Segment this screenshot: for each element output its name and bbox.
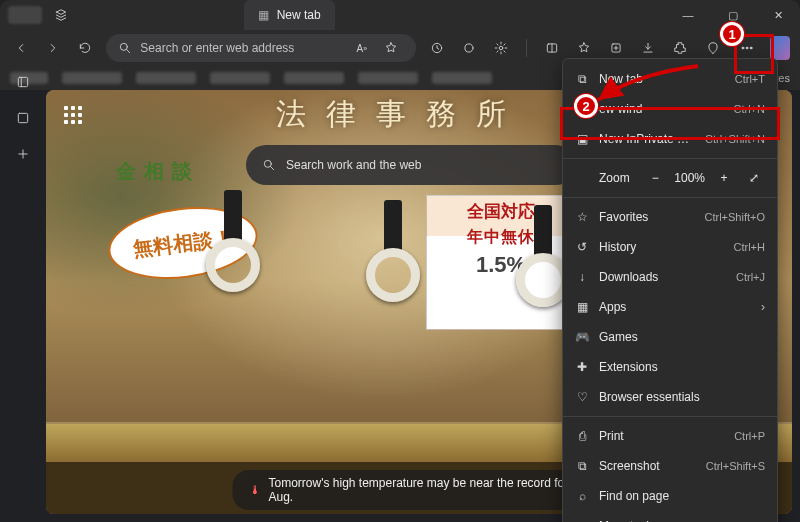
tab-page-icon: ▦ (258, 8, 269, 22)
games-icon: 🎮 (575, 330, 589, 344)
toolbar-divider (526, 39, 527, 57)
forward-button[interactable] (42, 35, 64, 61)
weather-text: Tomorrow's high temperature may be near … (269, 476, 590, 504)
train-handle-icon (366, 200, 420, 315)
menu-item-find[interactable]: ⌕Find on page (563, 481, 777, 511)
menu-item-print[interactable]: ⎙PrintCtrl+P (563, 421, 777, 451)
svg-point-2 (465, 44, 473, 52)
zoom-value: 100% (674, 171, 705, 185)
annotation-step-2: 2 (574, 94, 598, 118)
sidebar-tab-actions[interactable] (9, 68, 37, 96)
screenshot-icon: ⧉ (575, 459, 589, 473)
bookmark-item[interactable] (136, 72, 196, 84)
menu-item-more-tools[interactable]: More tools› (563, 511, 777, 522)
menu-item-history[interactable]: ↺HistoryCtrl+H (563, 232, 777, 262)
bookmark-item[interactable] (358, 72, 418, 84)
svg-point-3 (499, 46, 503, 50)
menu-separator (563, 197, 777, 198)
sidebar-add[interactable] (9, 140, 37, 168)
vertical-sidebar (4, 64, 42, 168)
menu-item-essentials[interactable]: ♡Browser essentials (563, 382, 777, 412)
zoom-out-button[interactable]: − (644, 167, 666, 189)
menu-item-extensions[interactable]: ✚Extensions (563, 352, 777, 382)
star-icon: ☆ (575, 210, 589, 224)
svg-point-11 (264, 160, 271, 167)
background-green-text: 金相談 (116, 158, 200, 185)
ntp-search-box[interactable]: Search work and the web (246, 145, 576, 185)
window-minimize-button[interactable]: — (666, 0, 710, 30)
menu-item-screenshot[interactable]: ⧉ScreenshotCtrl+Shift+S (563, 451, 777, 481)
address-placeholder: Search or enter web address (140, 41, 294, 55)
annotation-step-1: 1 (720, 22, 744, 46)
search-icon (262, 158, 276, 172)
puzzle-icon: ✚ (575, 360, 589, 374)
heart-icon: ♡ (575, 390, 589, 404)
svg-point-0 (121, 43, 128, 50)
menu-item-zoom: Zoom − 100% + ⤢ (563, 163, 777, 193)
menu-item-apps[interactable]: ▦Apps› (563, 292, 777, 322)
back-button[interactable] (10, 35, 32, 61)
address-bar[interactable]: Search or enter web address A» (106, 34, 416, 62)
app-launcher-button[interactable] (60, 102, 86, 128)
new-tab-icon: ⧉ (575, 72, 589, 86)
chevron-right-icon: › (761, 300, 765, 314)
profile-tab-blurred (8, 6, 42, 24)
svg-rect-9 (18, 77, 27, 86)
menu-item-favorites[interactable]: ☆FavoritesCtrl+Shift+O (563, 202, 777, 232)
menu-item-games[interactable]: 🎮Games (563, 322, 777, 352)
menu-separator (563, 416, 777, 417)
performance-icon[interactable] (490, 35, 512, 61)
active-tab[interactable]: ▦ New tab (244, 0, 335, 30)
shield-icon[interactable] (426, 35, 448, 61)
print-icon: ⎙ (575, 429, 589, 443)
apps-icon: ▦ (575, 300, 589, 314)
background-sign-text: 法律事務所 (276, 94, 526, 135)
bookmark-item[interactable] (210, 72, 270, 84)
menu-separator (563, 158, 777, 159)
window-close-button[interactable]: ✕ (756, 0, 800, 30)
svg-rect-10 (18, 113, 27, 122)
bookmark-item[interactable] (284, 72, 344, 84)
search-icon (118, 41, 132, 55)
thermometer-icon: 🌡 (249, 483, 261, 497)
title-bar: ▦ New tab — ▢ ✕ (0, 0, 800, 30)
history-icon: ↺ (575, 240, 589, 254)
bookmark-item[interactable] (62, 72, 122, 84)
bookmark-item[interactable] (432, 72, 492, 84)
favorite-star-button[interactable] (378, 35, 404, 61)
active-tab-title: New tab (277, 8, 321, 22)
split-screen-icon[interactable] (541, 35, 563, 61)
read-aloud-button[interactable]: A» (349, 35, 375, 61)
rewards-icon[interactable] (458, 35, 480, 61)
zoom-in-button[interactable]: + (713, 167, 735, 189)
find-icon: ⌕ (575, 489, 589, 503)
menu-item-downloads[interactable]: ↓DownloadsCtrl+J (563, 262, 777, 292)
download-icon: ↓ (575, 270, 589, 284)
ntp-search-placeholder: Search work and the web (286, 158, 421, 172)
fullscreen-button[interactable]: ⤢ (743, 167, 765, 189)
refresh-button[interactable] (74, 35, 96, 61)
sidebar-toggle[interactable] (9, 104, 37, 132)
weather-info-pill[interactable]: 🌡 Tomorrow's high temperature may be nea… (233, 470, 606, 510)
workspaces-icon[interactable] (52, 6, 70, 24)
train-handle-icon (206, 190, 260, 305)
